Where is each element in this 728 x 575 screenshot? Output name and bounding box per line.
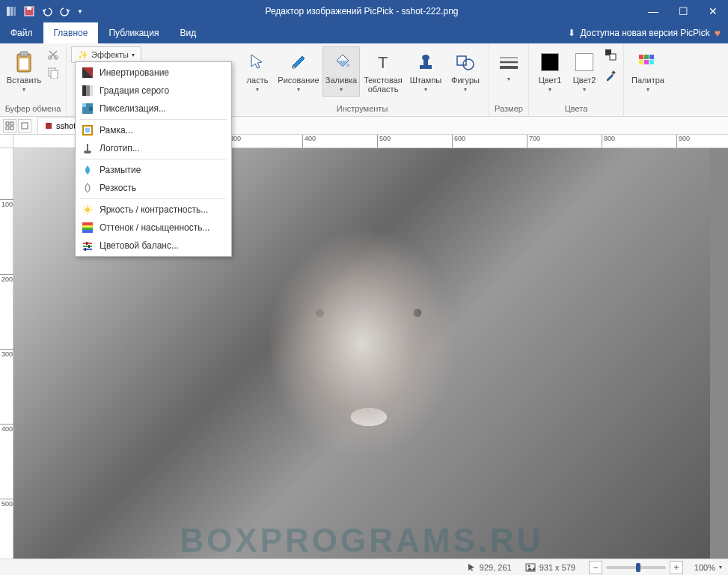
save-icon[interactable] bbox=[21, 3, 37, 19]
effect-color-balance[interactable]: Цветовой баланс... bbox=[77, 237, 230, 255]
shapes-label: Фигуры bbox=[451, 76, 480, 85]
qat-dropdown-icon[interactable]: ▼ bbox=[75, 3, 85, 19]
lines-icon bbox=[497, 50, 521, 74]
draw-button[interactable]: Рисование ▾ bbox=[276, 46, 321, 97]
palette-button[interactable]: Палитра ▾ bbox=[628, 46, 667, 97]
swap-colors-button[interactable] bbox=[602, 46, 619, 63]
stamp-icon bbox=[414, 50, 438, 74]
zoom-thumb[interactable] bbox=[636, 563, 640, 572]
svg-rect-25 bbox=[639, 55, 643, 59]
text-icon: T bbox=[371, 50, 395, 74]
tab-main[interactable]: Главное bbox=[43, 22, 99, 43]
svg-rect-29 bbox=[644, 60, 649, 64]
effect-watermark[interactable]: Логотип... bbox=[77, 139, 230, 157]
effect-pixelate[interactable]: Пикселизация... bbox=[77, 100, 230, 118]
clipboard-icon bbox=[12, 50, 36, 74]
close-button[interactable]: ✕ bbox=[698, 0, 728, 22]
svg-rect-52 bbox=[82, 225, 93, 228]
svg-rect-58 bbox=[86, 242, 88, 245]
zoom-dropdown[interactable]: ▾ bbox=[719, 564, 722, 571]
fill-button[interactable]: Заливка ▾ bbox=[322, 46, 360, 97]
svg-point-67 bbox=[527, 565, 530, 567]
svg-rect-26 bbox=[644, 55, 649, 59]
dims-text: 931 x 579 bbox=[539, 563, 575, 572]
group-tools: ласть ▾ Рисование ▾ Заливка ▾ T Текстова… bbox=[236, 43, 489, 116]
svg-rect-54 bbox=[82, 230, 93, 233]
group-colors: Цвет1 ▾ Цвет2 ▾ Цвета bbox=[529, 43, 624, 116]
svg-rect-2 bbox=[13, 7, 16, 16]
ruler-corner bbox=[0, 135, 13, 148]
line-width-button[interactable]: ▾ bbox=[494, 46, 524, 86]
group-clipboard: Вставить ▾ Буфер обмена bbox=[0, 43, 67, 116]
effect-brightness[interactable]: Яркость / контрастность... bbox=[77, 201, 230, 219]
color2-button[interactable]: Цвет2 ▾ bbox=[568, 46, 601, 97]
select-label: ласть bbox=[247, 76, 269, 85]
svg-rect-27 bbox=[649, 55, 654, 59]
app-icon[interactable] bbox=[3, 3, 19, 19]
redo-icon[interactable] bbox=[57, 3, 73, 19]
zoom-in-button[interactable]: + bbox=[670, 561, 683, 574]
shapes-button[interactable]: Фигуры ▾ bbox=[447, 46, 484, 97]
svg-point-16 bbox=[422, 55, 429, 61]
layout-single-button[interactable] bbox=[18, 119, 31, 133]
text-button[interactable]: T Текстовая область bbox=[361, 46, 405, 97]
svg-rect-11 bbox=[51, 70, 58, 79]
chevron-down-icon: ▾ bbox=[132, 52, 135, 58]
update-link[interactable]: ⬇ Доступна новая версия PicPick ♥ bbox=[560, 22, 728, 43]
chevron-down-icon: ▾ bbox=[22, 86, 25, 93]
ribbon-tabs: Файл Главное Публикация Вид ⬇ Доступна н… bbox=[0, 22, 728, 43]
minimize-button[interactable]: — bbox=[638, 0, 668, 22]
svg-rect-30 bbox=[649, 60, 654, 64]
color1-label: Цвет1 bbox=[539, 76, 562, 85]
color1-button[interactable]: Цвет1 ▾ bbox=[533, 46, 566, 97]
effect-grayscale[interactable]: Градация серого bbox=[77, 82, 230, 100]
svg-rect-14 bbox=[420, 65, 432, 69]
chevron-down-icon: ▾ bbox=[507, 76, 510, 82]
svg-rect-59 bbox=[88, 245, 90, 248]
effect-hue[interactable]: Оттенок / насыщенность... bbox=[77, 219, 230, 237]
effects-menu: Инвертирование Градация серого Пикселиза… bbox=[75, 61, 232, 257]
svg-rect-53 bbox=[82, 228, 93, 230]
modified-indicator bbox=[46, 123, 52, 129]
zoom-out-button[interactable]: − bbox=[589, 561, 602, 574]
image-dimensions: 931 x 579 bbox=[525, 563, 575, 572]
tab-publish[interactable]: Публикация bbox=[98, 22, 169, 43]
svg-text:T: T bbox=[378, 53, 388, 71]
file-menu[interactable]: Файл bbox=[0, 22, 43, 43]
sharpen-icon bbox=[82, 182, 94, 194]
paste-button[interactable]: Вставить ▾ bbox=[4, 46, 43, 97]
stamps-button[interactable]: Штампы ▾ bbox=[406, 46, 445, 97]
titlebar: ▼ Редактор изображений PicPick - sshot-2… bbox=[0, 0, 728, 22]
svg-rect-64 bbox=[10, 127, 13, 130]
svg-point-18 bbox=[463, 59, 474, 70]
svg-rect-33 bbox=[86, 85, 90, 96]
svg-line-50 bbox=[90, 206, 91, 207]
ruler-tick: 400 bbox=[302, 135, 316, 148]
effect-frame[interactable]: Рамка... bbox=[77, 121, 230, 139]
cut-button[interactable] bbox=[45, 46, 61, 63]
effect-invert[interactable]: Инвертирование bbox=[77, 64, 230, 82]
chevron-down-icon: ▾ bbox=[297, 86, 300, 93]
undo-icon[interactable] bbox=[39, 3, 55, 19]
copy-button[interactable] bbox=[45, 64, 61, 81]
tab-view[interactable]: Вид bbox=[169, 22, 207, 43]
ruler-tick: 900 bbox=[676, 135, 690, 148]
select-button[interactable]: ласть ▾ bbox=[240, 46, 275, 97]
download-icon: ⬇ bbox=[568, 28, 575, 38]
color2-label: Цвет2 bbox=[573, 76, 596, 85]
heart-icon: ♥ bbox=[715, 27, 721, 39]
ruler-tick: 200 bbox=[0, 274, 13, 283]
effect-blur[interactable]: Размытие bbox=[77, 161, 230, 179]
svg-rect-61 bbox=[6, 122, 9, 125]
effect-sharpen[interactable]: Резкость bbox=[77, 179, 230, 197]
group-palette: Палитра ▾ bbox=[624, 43, 672, 116]
effects-dropdown-button[interactable]: ✨ Эффекты ▾ bbox=[71, 46, 141, 63]
ruler-tick: 400 bbox=[0, 424, 13, 433]
svg-rect-39 bbox=[85, 128, 90, 133]
zoom-slider[interactable] bbox=[606, 566, 666, 569]
eyedropper-button[interactable] bbox=[602, 67, 619, 84]
maximize-button[interactable]: ☐ bbox=[668, 0, 698, 22]
layout-grid-button[interactable] bbox=[3, 119, 16, 133]
svg-rect-1 bbox=[10, 7, 13, 16]
cursor-position: 929, 261 bbox=[467, 563, 512, 572]
